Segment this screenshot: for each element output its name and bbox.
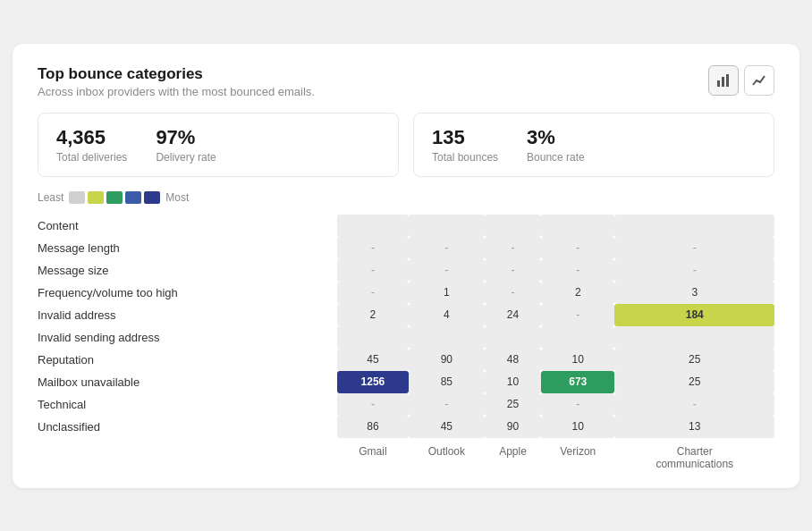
table-row: Technical - - 25 - - [38, 393, 774, 416]
bar-chart-icon [716, 73, 731, 88]
table-row: Invalid address 2 4 24 - 184 [38, 304, 774, 326]
value-cell: - [485, 282, 541, 304]
category-cell: Technical [38, 393, 337, 416]
bounce-table: Content Message length - - - - - Messag [38, 215, 774, 470]
chart-toggle-group [708, 65, 774, 96]
legend-most-label: Most [165, 191, 189, 204]
table-footer-row: Gmail Outlook Apple Verizon Chartercommu… [38, 438, 774, 470]
value-cell-highlighted: 673 [541, 371, 614, 393]
stats-row: 4,365 Total deliveries 97% Delivery rate… [38, 113, 774, 177]
value-cell: - [614, 393, 774, 416]
value-cell: 1 [409, 282, 485, 304]
bounce-rate-value: 3% [527, 126, 585, 149]
value-cell: 90 [485, 416, 541, 438]
category-cell: Message length [38, 237, 337, 259]
category-cell: Mailbox unavailable [38, 371, 337, 393]
value-cell: 86 [337, 416, 409, 438]
col-header-charter: Chartercommunications [614, 438, 774, 470]
svg-rect-1 [722, 77, 724, 87]
value-cell: - [614, 237, 774, 259]
category-cell: Message size [38, 259, 337, 282]
swatch-4 [125, 191, 141, 204]
value-cell: 24 [485, 304, 541, 326]
value-cell: 45 [409, 416, 485, 438]
svg-rect-2 [726, 74, 729, 87]
table-row: Frequency/volume too high - 1 - 2 3 [38, 282, 774, 304]
swatch-1 [69, 191, 85, 204]
value-cell: 2 [337, 304, 409, 326]
value-cell [541, 326, 614, 349]
delivery-rate: 97% Delivery rate [156, 126, 216, 164]
value-cell: - [541, 259, 614, 282]
value-cell: - [337, 237, 409, 259]
value-cell: - [541, 304, 614, 326]
value-cell-highlighted: 1256 [337, 371, 409, 393]
value-cell: - [337, 282, 409, 304]
category-cell: Frequency/volume too high [38, 282, 337, 304]
value-cell: 90 [409, 349, 485, 371]
line-chart-toggle[interactable] [744, 65, 774, 96]
value-cell: 10 [485, 371, 541, 393]
category-cell: Invalid address [38, 304, 337, 326]
table-row: Invalid sending address [38, 326, 774, 349]
value-cell [409, 326, 485, 349]
category-cell: Unclassified [38, 416, 337, 438]
value-cell [337, 215, 409, 237]
swatch-5 [144, 191, 160, 204]
category-cell: Invalid sending address [38, 326, 337, 349]
value-cell: 25 [614, 349, 774, 371]
value-cell: 4 [409, 304, 485, 326]
table-row: Unclassified 86 45 90 10 13 [38, 416, 774, 438]
total-deliveries-label: Total deliveries [56, 151, 127, 164]
value-cell: 10 [541, 416, 614, 438]
value-cell: - [409, 259, 485, 282]
value-cell: 2 [541, 282, 614, 304]
value-cell: 10 [541, 349, 614, 371]
value-cell: - [409, 393, 485, 416]
col-header-gmail: Gmail [337, 438, 409, 470]
value-cell: 25 [485, 393, 541, 416]
bar-chart-toggle[interactable] [708, 65, 739, 96]
footer-empty [38, 438, 337, 470]
total-bounces-label: Total bounces [432, 151, 498, 164]
total-bounces: 135 Total bounces [432, 126, 498, 164]
value-cell: - [337, 259, 409, 282]
value-cell [541, 215, 614, 237]
swatch-2 [88, 191, 104, 204]
total-deliveries-value: 4,365 [56, 126, 127, 149]
value-cell-highlighted: 184 [614, 304, 774, 326]
value-cell: 3 [614, 282, 774, 304]
legend-row: Least Most [38, 191, 774, 204]
value-cell: 48 [485, 349, 541, 371]
value-cell: 25 [614, 371, 774, 393]
line-chart-icon [752, 73, 766, 88]
value-cell: - [485, 237, 541, 259]
svg-rect-0 [717, 80, 720, 87]
value-cell [614, 215, 774, 237]
value-cell: - [541, 393, 614, 416]
value-cell: 13 [614, 416, 774, 438]
category-cell: Content [38, 215, 337, 237]
table-row: Message size - - - - - [38, 259, 774, 282]
deliveries-stat-box: 4,365 Total deliveries 97% Delivery rate [38, 113, 399, 177]
value-cell [485, 215, 541, 237]
table-row: Reputation 45 90 48 10 25 [38, 349, 774, 371]
bounces-stat-box: 135 Total bounces 3% Bounce rate [413, 113, 774, 177]
bounce-rate-label: Bounce rate [527, 151, 585, 164]
category-cell: Reputation [38, 349, 337, 371]
table-row: Message length - - - - - [38, 237, 774, 259]
value-cell: - [614, 259, 774, 282]
value-cell [409, 215, 485, 237]
delivery-rate-label: Delivery rate [156, 151, 216, 164]
col-header-verizon: Verizon [541, 438, 614, 470]
swatch-3 [106, 191, 123, 204]
col-header-outlook: Outlook [409, 438, 485, 470]
header-row: Top bounce categories Across inbox provi… [38, 65, 774, 98]
value-cell [337, 326, 409, 349]
table-row: Content [38, 215, 774, 237]
col-header-apple: Apple [485, 438, 541, 470]
legend-least-label: Least [38, 191, 63, 204]
title-section: Top bounce categories Across inbox provi… [38, 65, 315, 98]
value-cell: - [409, 237, 485, 259]
value-cell: - [485, 259, 541, 282]
